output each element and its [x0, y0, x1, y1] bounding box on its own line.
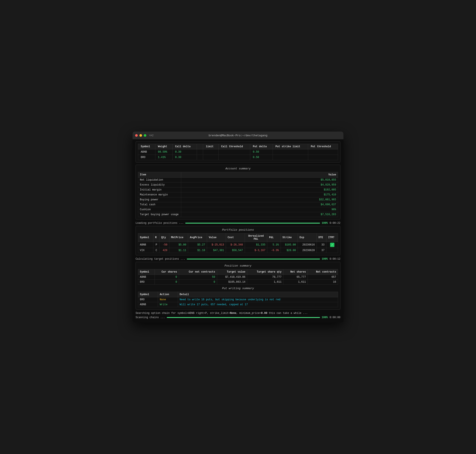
table-row: ABNB Write Will write 17 puts, 657 neede…	[138, 302, 338, 307]
list-item: Buying power $32,081,965	[138, 197, 338, 202]
qty-cell: -50	[159, 242, 169, 248]
itm-cell: ✓	[327, 242, 338, 248]
symbol-weights-table: Symbol Weight Call delta limit Call thre…	[138, 144, 338, 160]
dte-cell: 37	[317, 248, 326, 253]
col-dte: DTE	[317, 234, 326, 242]
col-call-delta: Call delta	[172, 144, 197, 149]
scanning-chains-progress: Scanning chains ... 100% 0:00:00	[136, 316, 340, 319]
col-strike: Strike	[281, 234, 298, 242]
spacer-cell	[197, 155, 203, 160]
value-cell: $4,828,959	[181, 182, 338, 188]
portfolio-progress-bar	[185, 223, 320, 224]
item-cell: Excess liquidity	[138, 182, 181, 188]
col-qty: Qty	[159, 234, 169, 242]
put-strike-limit-cell	[273, 155, 308, 160]
targets-progress-bar-container	[187, 259, 320, 259]
pl-cell: -6.3%	[267, 248, 281, 253]
item-cell: Total cash	[138, 202, 181, 207]
acct-header-row: Item Value	[138, 172, 338, 178]
put-writing-summary-title: Put writing summary	[138, 287, 338, 290]
list-item: Excess liquidity $4,828,959	[138, 182, 338, 188]
table-row: BRO 1.41% 0.30 0.50	[138, 155, 338, 160]
close-button[interactable]	[135, 134, 138, 137]
col-limit: limit	[203, 144, 218, 149]
cur-net-contracts-cell: 50	[179, 275, 217, 280]
symbol-cell: ABNB	[138, 275, 155, 280]
dte-cell: 33	[317, 242, 326, 248]
portfolio-progress-time: 0:00:22	[330, 222, 340, 225]
portfolio-progress-pct: 100%	[322, 222, 328, 225]
symbol-cell: BRO	[138, 155, 155, 160]
cur-net-contracts-cell: 0	[179, 280, 217, 285]
account-summary-title: Account summary	[138, 167, 338, 170]
col-cur-net-contracts: Cur net contracts	[179, 269, 217, 275]
list-item: Target buying power usage $7,516,283	[138, 212, 338, 217]
value-cell: $175,410	[181, 192, 338, 197]
list-item: Initial margin $192,005	[138, 188, 338, 192]
targets-progress-time: 0:00:12	[330, 257, 340, 261]
col-call-threshold: Call threshold	[218, 144, 250, 149]
calculating-targets-progress: Calculating target positions ... 100% 0:…	[136, 257, 340, 261]
col-put-delta: Put delta	[250, 144, 273, 149]
col-avgprice: AvgPrice	[188, 234, 207, 242]
cur-shares-cell: 0	[155, 280, 179, 285]
status-line-1: Searching option chain for symbol=ABNB r…	[136, 312, 340, 315]
table-row: BRO 0 0 $105,863.14 1,611 1,611 16	[138, 280, 338, 285]
call-threshold-cell	[218, 155, 250, 160]
symbol-cell: ABNB	[138, 149, 155, 155]
detail-cell: Need to write 16 puts, but skipping beca…	[178, 297, 338, 302]
terminal-window: ⌥⌘2 brenden@MacBook-Pro:~/dev/thetagang …	[133, 132, 343, 322]
footer-item-cell: Target buying power usage	[138, 212, 181, 217]
pl-cell: 5.1%	[267, 242, 281, 248]
col-weight: Weight	[155, 144, 172, 149]
col-value: Value	[207, 234, 226, 242]
spacer-cell	[197, 149, 203, 155]
acct-col-value: Value	[181, 172, 338, 178]
weight-cell: 1.41%	[155, 155, 172, 160]
limit-cell	[203, 149, 218, 155]
action-cell: Write	[158, 302, 178, 307]
put-delta-cell: 0.50	[250, 155, 273, 160]
symbol-cell: BRO	[138, 280, 155, 285]
list-item: Total cash $4,690,637	[138, 202, 338, 207]
put-threshold-cell	[308, 155, 338, 160]
table-row: BRO None Need to write 16 puts, but skip…	[138, 297, 338, 302]
symbol-cell: ABNB	[138, 302, 158, 307]
footer-value-cell: $7,516,283	[181, 212, 338, 217]
pos-header-row: Symbol Cur shares Cur net contracts Targ…	[138, 269, 338, 275]
put-delta-cell: 0.50	[250, 149, 273, 155]
unrealized-pl-cell: $1,335	[245, 242, 267, 248]
portfolio-header-row: Symbol R Qty MktPrice AvgPrice Value Cos…	[138, 234, 338, 242]
weight-cell: 98.59%	[155, 149, 172, 155]
col-net-contracts: Net contracts	[308, 269, 338, 275]
net-contracts-cell: 657	[308, 275, 338, 280]
col-target-value: Target value	[217, 269, 247, 275]
list-item: Net liquidation $5,010,855	[138, 178, 338, 182]
portfolio-positions-title: Portfolio positions	[138, 228, 338, 232]
targets-progress-pct: 100%	[322, 257, 328, 261]
put-strike-limit-cell	[273, 149, 308, 155]
minimize-button[interactable]	[140, 134, 142, 137]
mkt-price-cell: $5.00	[169, 242, 188, 248]
symbol-cell: ABNB	[138, 242, 153, 248]
traffic-lights	[135, 134, 146, 137]
col-unrealized-pl: UnrealizedP&L	[245, 234, 267, 242]
col-detail: Detail	[178, 292, 338, 297]
item-cell: Initial margin	[138, 188, 181, 192]
put-header-row: Symbol Action Detail	[138, 292, 338, 297]
loading-portfolio-label: Loading portfolio positions ...	[136, 222, 184, 225]
table-row: ABNB P -50 $5.00 $5.27 $-25,013 $-26,348…	[138, 242, 338, 248]
portfolio-positions-panel: Portfolio positions Symbol R Qty MktPric…	[136, 226, 340, 255]
table-row: ABNB 0 50 $7,410,419.86 70,777 65,777 65…	[138, 275, 338, 280]
window-title: brenden@MacBook-Pro:~/dev/thetagang	[209, 134, 267, 137]
value-cell: $5,010,855	[181, 178, 338, 182]
maximize-button[interactable]	[144, 134, 146, 137]
col-target-share-qty: Target share qty	[247, 269, 283, 275]
call-delta-cell: 0.30	[172, 155, 197, 160]
unrealized-pl-cell: $-3,167	[245, 248, 267, 253]
r-cell: C	[153, 248, 159, 253]
scanning-progress-time: 0:00:00	[330, 316, 340, 319]
item-cell: Net liquidation	[138, 178, 181, 182]
table-row: VIX C 428 $1.11 $1.18 $47,381 $50,547 $-…	[138, 248, 338, 253]
value-cell: $-25,013	[207, 242, 226, 248]
